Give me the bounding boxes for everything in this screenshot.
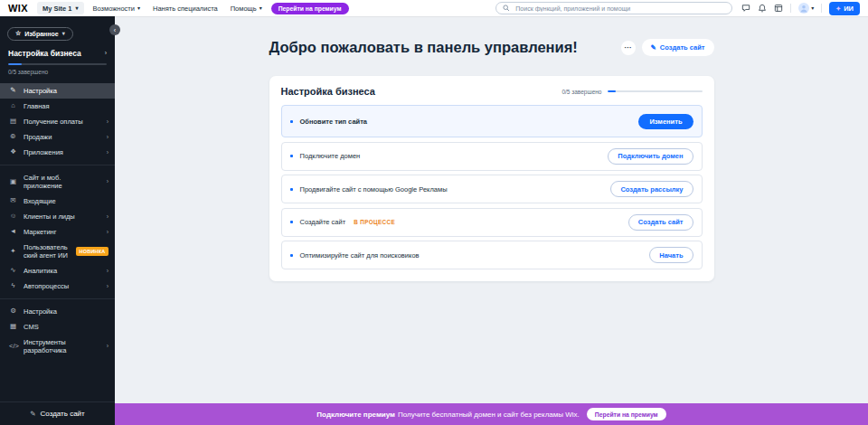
task-label: Обновите тип сайта	[300, 118, 368, 126]
chevron-down-icon: ▾	[259, 5, 262, 11]
sidebar-divider	[0, 165, 115, 165]
divider	[821, 4, 822, 13]
sidebar-item[interactable]: ϟ Автопроцессы ›	[0, 279, 115, 294]
nav-item-label: Нанять специалиста	[153, 5, 218, 13]
sidebar: ‹ ☆ Избранное ▾ Настройка бизнеса › 0/5 …	[0, 16, 115, 425]
marketing-icon: ◄	[9, 228, 17, 235]
nav-item-label: Возможности	[93, 5, 135, 13]
task-action-button[interactable]: Подключить домен	[608, 148, 693, 165]
business-setup-link[interactable]: Настройка бизнеса ›	[8, 49, 107, 58]
task-row[interactable]: Обновите тип сайта Изменить	[281, 105, 703, 137]
topbar-nav-item[interactable]: Нанять специалиста	[153, 5, 218, 13]
search-input[interactable]	[514, 5, 725, 13]
chevron-right-icon: ›	[107, 343, 108, 349]
home-icon: ⌂	[9, 102, 17, 109]
notifications-bell-icon[interactable]	[758, 4, 767, 13]
sidebar-item[interactable]: ⊚ Продажи ›	[0, 129, 115, 145]
upgrade-premium-button[interactable]: Перейти на премиум	[271, 3, 349, 14]
footer-bold-text: Подключите премиум	[316, 411, 395, 419]
favorites-button[interactable]: ☆ Избранное ▾	[7, 27, 73, 41]
task-action-button[interactable]: Изменить	[638, 114, 693, 129]
sidebar-item[interactable]: ▤ Получение оплаты ›	[0, 114, 115, 129]
sidebar-item[interactable]: ▦ CMS	[0, 319, 115, 335]
create-site-button[interactable]: ✎ Создать сайт	[642, 39, 714, 56]
task-bullet-icon	[290, 254, 293, 257]
footer-premium-button[interactable]: Перейти на премиум	[587, 408, 666, 420]
pen-icon: ✎	[651, 43, 656, 52]
task-action-button[interactable]: Создать сайт	[628, 214, 693, 231]
new-badge: НОВИНКА	[76, 247, 108, 256]
task-action-button[interactable]: Начать	[649, 247, 693, 263]
sidebar-item-label: Маркетинг	[24, 228, 100, 236]
task-row[interactable]: Продвигайте сайт с помощью Google Реклам…	[281, 175, 703, 203]
sparkle-icon: ✦	[835, 5, 841, 12]
premium-footer-banner: Подключите премиумПолучите бесплатный до…	[115, 403, 868, 425]
site-selector[interactable]: My Site 1 ▾	[37, 2, 84, 14]
task-row[interactable]: Подключите домен Подключить домен	[281, 142, 703, 171]
chevron-down-icon: ▾	[62, 31, 65, 36]
business-setup-card: Настройка бизнеса 0/5 завершено Обновите…	[269, 76, 714, 281]
divider	[790, 4, 791, 13]
search-icon	[503, 5, 510, 12]
sidebar-item[interactable]: ☺ Клиенты и лиды ›	[0, 209, 115, 224]
pen-icon: ✎	[30, 410, 35, 418]
nav-item-label: Помощь	[231, 5, 257, 13]
sidebar-item-label: Настройка	[24, 307, 108, 316]
site-selector-label: My Site 1	[42, 5, 72, 13]
more-options-button[interactable]: ···	[621, 41, 636, 55]
task-label: Оптимизируйте сайт для поисковиков	[300, 251, 420, 260]
main-content: Добро пожаловать в панель управления! ··…	[115, 16, 868, 403]
dashboard-panel-icon[interactable]	[774, 4, 783, 13]
page-header: Добро пожаловать в панель управления! ··…	[269, 29, 714, 66]
sidebar-collapse-button[interactable]: ‹	[109, 24, 120, 35]
sidebar-item[interactable]: ✉ Входящие	[0, 194, 115, 209]
sidebar-item-label: Продажи	[24, 133, 100, 141]
task-row[interactable]: Создайте сайт В ПРОЦЕССЕ Создать сайт	[281, 208, 703, 237]
favorites-label: Избранное	[24, 31, 58, 37]
sidebar-item[interactable]: ⌂ Главная	[0, 99, 115, 114]
sidebar-item-label: Сайт и моб. приложение	[24, 174, 100, 190]
sidebar-item[interactable]: ◄ Маркетинг ›	[0, 224, 115, 240]
sidebar-item[interactable]: </> Инструменты разработчика ›	[0, 335, 115, 358]
sales-icon: ⊚	[9, 133, 17, 140]
footer-regular-text: Получите бесплатный домен и сайт без рек…	[398, 411, 580, 419]
ai-assistant-button[interactable]: ✦ ИИ	[829, 2, 860, 15]
account-menu[interactable]: ▾	[798, 3, 814, 14]
sidebar-create-site-button[interactable]: ✎ Создать сайт	[0, 401, 115, 425]
chevron-right-icon: ›	[107, 118, 108, 125]
pen-icon: ✎	[9, 87, 17, 94]
setup-progress-label: 0/5 завершено	[8, 69, 107, 77]
chevron-down-icon: ▾	[76, 5, 79, 11]
topbar-nav-item[interactable]: Возможности ▾	[93, 5, 141, 13]
chevron-right-icon: ›	[107, 213, 108, 220]
setup-title: Настройка бизнеса	[8, 49, 81, 58]
apps-icon: ❖	[9, 148, 17, 156]
star-icon: ☆	[15, 30, 21, 37]
sidebar-item[interactable]: ✦ Пользовательский агент ИИ НОВИНКА	[0, 240, 115, 263]
setup-progress-bar	[8, 63, 107, 65]
search-bar[interactable]	[495, 2, 732, 14]
create-site-button-label: Создать сайт	[660, 43, 705, 52]
sidebar-item-label: Приложения	[24, 148, 100, 156]
sidebar-item-label: Настройка	[24, 87, 108, 95]
chevron-down-icon: ▾	[137, 5, 140, 11]
wix-logo[interactable]: WIX	[8, 3, 28, 14]
card-header: Настройка бизнеса 0/5 завершено	[281, 86, 703, 97]
dev-tools-icon: </>	[9, 343, 17, 350]
sidebar-item[interactable]: ⚙ Настройка	[0, 304, 115, 319]
sidebar-item-label: Входящие	[24, 197, 108, 205]
sidebar-item[interactable]: ▣ Сайт и моб. приложение ›	[0, 170, 115, 194]
task-action-button[interactable]: Создать рассылку	[610, 181, 693, 197]
ai-sparkle-icon: ✦	[9, 248, 17, 255]
sidebar-item[interactable]: ∿ Аналитика ›	[0, 263, 115, 279]
sidebar-item[interactable]: ✎ Настройка	[0, 83, 115, 99]
task-row[interactable]: Оптимизируйте сайт для поисковиков Начат…	[281, 241, 703, 269]
topbar-nav-item[interactable]: Помощь ▾	[231, 5, 262, 13]
chevron-right-icon: ›	[107, 178, 108, 184]
chat-icon[interactable]	[741, 4, 750, 13]
chevron-right-icon: ›	[107, 268, 108, 274]
business-setup-summary: Настройка бизнеса › 0/5 завершено	[0, 47, 115, 77]
sidebar-item[interactable]: ❖ Приложения ›	[0, 145, 115, 160]
ai-button-label: ИИ	[844, 5, 854, 13]
sidebar-menu: ✎ Настройка ⌂ Главная ▤ Получение оплаты…	[0, 83, 115, 402]
